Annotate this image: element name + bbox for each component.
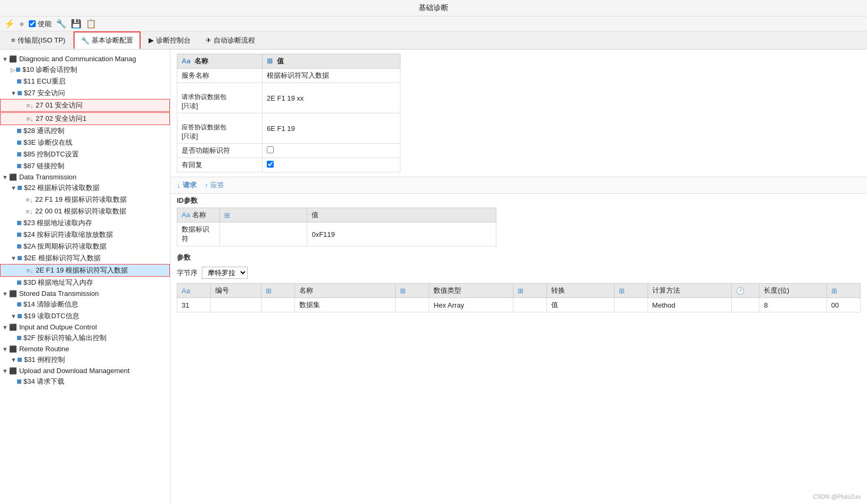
- node-dot: [17, 302, 21, 307]
- node-dot: [17, 141, 21, 145]
- save-icon[interactable]: 💾: [71, 19, 81, 29]
- info-row-func-flag: 是否功能标识符: [177, 144, 400, 158]
- expand-icon: ▼: [2, 346, 8, 352]
- tree-item-s14[interactable]: $14 清除诊断信息: [0, 299, 170, 310]
- clipboard-icon[interactable]: 📋: [86, 19, 96, 29]
- app-title: 基础诊断: [419, 3, 448, 12]
- tool-icon[interactable]: 🔧: [56, 19, 67, 29]
- tab-console-label: 诊断控制台: [156, 36, 191, 45]
- tree-label: $23 根据地址读取内存: [23, 218, 92, 228]
- tree-item-stored-data[interactable]: ▼ ⬛ Stored Data Transmission: [0, 288, 170, 299]
- group-icon: ⬛: [9, 345, 17, 353]
- info-row-has-reply: 有回复: [177, 158, 400, 172]
- tree-item-s11[interactable]: $11 ECU重启: [0, 76, 170, 87]
- byte-order-select[interactable]: 摩特罗拉 英特尔: [202, 267, 248, 279]
- tree-label: $2F 按标识符输入输出控制: [23, 333, 107, 343]
- tree-label: Stored Data Transmission: [19, 290, 99, 298]
- node-lines: ≡↓: [26, 208, 33, 216]
- grid-detail-icon3: ⊞: [518, 287, 524, 295]
- info-row-response: 应答协议数据包[只读] 6E F1 19: [177, 113, 400, 144]
- circle-icon[interactable]: ●: [19, 19, 24, 29]
- tree-item-s23[interactable]: $23 根据地址读取内存: [0, 217, 170, 229]
- tree-item-s2a[interactable]: $2A 按周期标识符读取数据: [0, 241, 170, 252]
- req-resp-tabs: ↓ 请求 ↑ 应答: [170, 177, 867, 194]
- toolbar: ⚡ ● 使能 🔧 💾 📋: [0, 16, 867, 31]
- tree-item-s27-02[interactable]: ≡↓ 27 02 安全访问1: [0, 112, 170, 125]
- tree-label: $2E 根据标识符写入数据: [24, 253, 101, 263]
- value-type-col-label: 数值类型: [433, 286, 461, 294]
- expand-icon: ▼: [2, 56, 8, 62]
- tree-item-s19[interactable]: ▼ $19 读取DTC信息: [0, 310, 170, 322]
- lightning-icon[interactable]: ⚡: [4, 19, 15, 29]
- tab-basic-diag[interactable]: 🔧 基本诊断配置: [73, 31, 141, 49]
- tree-item-s3e[interactable]: $3E 诊断仪在线: [0, 137, 170, 148]
- tree-item-s22-0001[interactable]: ≡↓ 22 00 01 根据标识符读取数据: [0, 205, 170, 217]
- tree-item-s22-f119[interactable]: ≡↓ 22 F1 19 根据标识符读取数据: [0, 194, 170, 205]
- request-proto-label: 请求协议数据包[只读]: [182, 93, 226, 110]
- tree-item-input-output[interactable]: ▼ ⬛ Input and Outpue Control: [0, 322, 170, 332]
- response-proto-value: 6E F1 19: [267, 125, 295, 133]
- tree-label: 22 F1 19 根据标识符读取数据: [35, 195, 127, 204]
- tab-basic-label: 基本诊断配置: [92, 36, 133, 45]
- enable-checkbox[interactable]: [29, 20, 36, 27]
- enable-check[interactable]: 使能: [29, 19, 52, 29]
- tree-item-s22[interactable]: ▼ $22 根据标识符读取数据: [0, 182, 170, 194]
- has-reply-checkbox[interactable]: [267, 161, 274, 168]
- has-reply-label: 有回复: [182, 161, 202, 169]
- response-tab[interactable]: ↑ 应答: [205, 180, 225, 190]
- request-label: 请求: [183, 180, 197, 190]
- tree-item-s87[interactable]: $87 链接控制: [0, 160, 170, 172]
- tab-auto-diag[interactable]: ✈ 自动诊断流程: [199, 32, 262, 49]
- tab-basic-icon: 🔧: [81, 37, 89, 45]
- info-header-value: 值: [277, 57, 284, 65]
- tree-item-s27-01[interactable]: ≡↓ 27 01 安全访问: [0, 99, 170, 112]
- tree-label: $22 根据标识符读取数据: [24, 183, 100, 193]
- tree-label: $87 链接控制: [23, 161, 64, 171]
- tree-item-data-trans[interactable]: ▼ ⬛ Data Transmission: [0, 172, 170, 182]
- tree-item-remote-routine[interactable]: ▼ ⬛ Remote Routine: [0, 344, 170, 354]
- tree-item-s27[interactable]: ▼ $27 安全访问: [0, 87, 170, 99]
- tree-item-s24[interactable]: $24 按标识符读取缩放放数据: [0, 229, 170, 241]
- tree-item-s85[interactable]: $85 控制DTC设置: [0, 148, 170, 160]
- tree-label: $10 诊断会话控制: [22, 65, 77, 75]
- node-dot: [18, 186, 22, 190]
- id-name-col: 名称: [192, 211, 206, 219]
- request-proto-value: 2E F1 19 xx: [267, 94, 304, 102]
- tree-item-s10[interactable]: ▷ $10 诊断会话控制: [0, 64, 170, 76]
- tree-item-s3d[interactable]: $3D 根据地址写入内存: [0, 277, 170, 288]
- group-icon: ⬛: [9, 367, 17, 375]
- node-dot: [17, 129, 21, 133]
- tree-item-s2f[interactable]: $2F 按标识符输入输出控制: [0, 332, 170, 344]
- node-dot: [17, 233, 21, 237]
- node-dot: [17, 79, 21, 84]
- tab-console[interactable]: ▶ 诊断控制台: [142, 32, 198, 49]
- params-section: 参数 字节序 摩特罗拉 英特尔: [170, 249, 867, 283]
- tree-item-s2e-f119[interactable]: ≡↓ 2E F1 19 根据标识符写入数据: [0, 264, 170, 277]
- response-label: 应答: [210, 180, 224, 190]
- tab-transport-icon: ≡: [11, 36, 15, 44]
- service-name-label: 服务名称: [182, 71, 209, 79]
- tree-label: 27 01 安全访问: [36, 101, 83, 110]
- func-flag-checkbox[interactable]: [267, 146, 274, 153]
- tree-item-s28[interactable]: $28 通讯控制: [0, 125, 170, 137]
- tree-label: $34 请求下载: [23, 377, 64, 386]
- byte-order-label: 字节序: [177, 268, 198, 278]
- tab-auto-icon: ✈: [206, 36, 211, 44]
- tree-item-upload-download[interactable]: ▼ ⬛ Upload and Download Management: [0, 366, 170, 376]
- tree-item-diag-comm[interactable]: ▼ ⬛ Diagnosic and Communication Manag: [0, 54, 170, 64]
- node-dot: [18, 358, 22, 362]
- tab-auto-label: 自动诊断流程: [214, 36, 255, 45]
- expand-icon: ▷: [11, 67, 15, 73]
- down-arrow-icon: ↓: [177, 181, 181, 189]
- group-icon: ⬛: [9, 324, 17, 331]
- tree-item-s34[interactable]: $34 请求下载: [0, 376, 170, 387]
- detail-method: Method: [652, 301, 675, 309]
- tree-item-s31[interactable]: ▼ $31 例程控制: [0, 354, 170, 366]
- request-tab[interactable]: ↓ 请求: [177, 180, 197, 190]
- expand-icon: ▼: [11, 313, 17, 319]
- right-panel: Aa 名称 ⊞ 值 服务名称: [170, 49, 867, 504]
- tab-transport[interactable]: ≡ 传输层(ISO TP): [4, 32, 72, 49]
- grid-header-icon: ⊞: [224, 211, 230, 219]
- tree-item-s2e[interactable]: ▼ $2E 根据标识符写入数据: [0, 252, 170, 264]
- params-label: 参数: [177, 251, 861, 265]
